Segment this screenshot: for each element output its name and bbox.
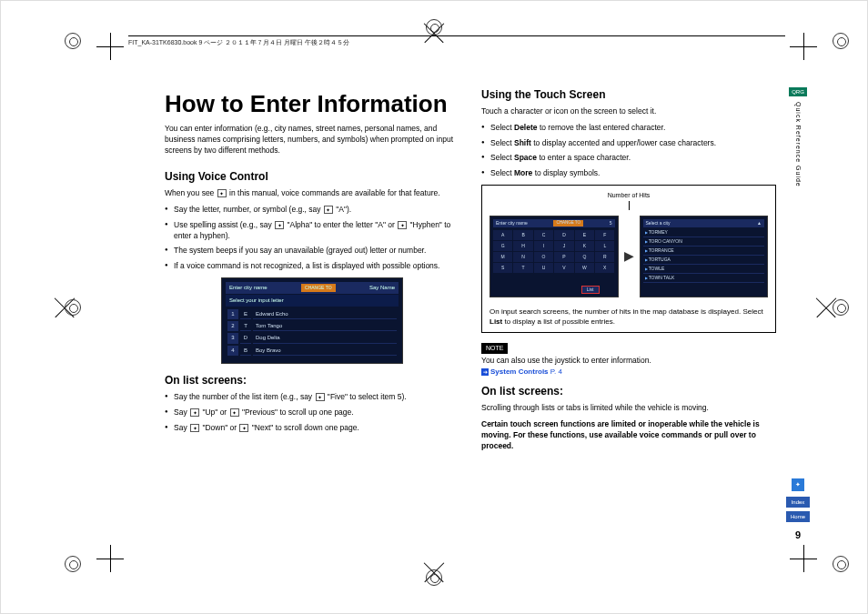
heading-voice: Using Voice Control <box>165 169 459 185</box>
voice-icon: ✦ <box>190 424 199 432</box>
voice-icon: ✦ <box>398 221 407 229</box>
table-row: 2TTom Tango <box>227 321 397 331</box>
list-item: Say ✦ "Up" or ✦ "Previous" to scroll up … <box>165 408 459 418</box>
header-meta: FIT_KA-31TK6830.book 9 ページ ２０１１年７月４日 月曜日… <box>128 35 785 47</box>
city-item: TORRANCE <box>643 247 765 256</box>
page-title: How to Enter Information <box>165 87 459 120</box>
letter-key: E <box>575 230 594 240</box>
heading-touch: Using the Touch Screen <box>481 87 776 103</box>
text: Space <box>514 153 537 162</box>
city-item: TOWLE <box>643 265 765 274</box>
cell: B <box>240 346 251 356</box>
text: "Five" to select item 5). <box>326 392 407 401</box>
city-item: TORMEY <box>643 228 765 237</box>
text: to display symbols. <box>532 168 600 177</box>
list-item: Select Shift to display accented and upp… <box>481 138 776 149</box>
note-text: You can also use the joystick to enter i… <box>481 356 776 367</box>
cell: T <box>240 321 251 331</box>
letter-key: O <box>534 252 553 262</box>
crop-mark <box>96 545 124 572</box>
voice-icon: ✦ <box>324 206 333 214</box>
text: Select a city <box>646 220 671 226</box>
page-number: 9 <box>795 529 801 540</box>
hits-pointer <box>629 201 630 210</box>
letter-key: A <box>493 230 512 240</box>
touch-intro: Touch a character or icon on the screen … <box>481 106 776 117</box>
letter-key: C <box>534 230 553 240</box>
left-column: How to Enter Information You can enter i… <box>165 87 459 540</box>
text: Say Name <box>369 284 395 292</box>
home-tab[interactable]: Home <box>786 511 810 522</box>
text: CHANGE TO <box>553 220 583 226</box>
letter-key: W <box>575 263 594 273</box>
letter-key: J <box>554 241 573 251</box>
registration-mark <box>833 556 849 572</box>
letter-key: S <box>493 263 512 273</box>
registration-mark <box>833 299 849 316</box>
text: to display a list of possible entries. <box>502 317 615 326</box>
letter-key: G <box>493 241 512 251</box>
voice-tab-icon[interactable]: ✦ <box>792 478 804 491</box>
list-item: Use spelling assist (e.g., say ✦ "Alpha"… <box>165 220 459 242</box>
cell: Dog Delta <box>253 333 397 343</box>
text: Enter city name <box>229 284 267 292</box>
letter-key: U <box>534 263 553 273</box>
screenshot-table: 1EEdward Echo 2TTom Tango 3DDog Delta 4B… <box>226 307 399 358</box>
double-screenshot: Enter city nameCHANGE TO5 ABCDEFGHIJKLMN… <box>490 216 768 297</box>
index-tab[interactable]: Index <box>786 497 810 508</box>
voice-icon: ✦ <box>190 408 199 417</box>
system-controls-link[interactable]: ➔System Controls P. 4 <box>481 367 776 377</box>
list-item: Select More to display symbols. <box>481 168 776 179</box>
letter-key: I <box>534 241 553 251</box>
list-item: If a voice command is not recognized, a … <box>165 261 459 272</box>
letter-key: P <box>554 252 573 262</box>
city-item: TOWN TALK <box>643 274 765 283</box>
cell: 2 <box>227 321 238 331</box>
text: CHANGE TO <box>301 284 336 292</box>
cell: 4 <box>227 346 238 356</box>
letter-key: V <box>554 263 573 273</box>
text: Say <box>174 423 189 432</box>
voice-icon: ✦ <box>217 189 227 197</box>
list-item: Select Delete to remove the last entered… <box>481 123 776 134</box>
page-frame: FIT_KA-31TK6830.book 9 ページ ２０１１年７月４日 月曜日… <box>0 0 868 614</box>
screenshot-citylist: Select a city▲ TORMEYTORO CANYONTORRANCE… <box>640 216 769 297</box>
hits-label: Number of Hits <box>490 191 768 200</box>
list-screens-list: Say the number of the list item (e.g., s… <box>165 392 459 434</box>
registration-mark <box>426 19 442 35</box>
text: When you see <box>165 188 217 197</box>
letter-key: H <box>513 241 532 251</box>
qrg-badge: QRG <box>789 87 807 96</box>
text: Enter city name <box>496 220 528 226</box>
page-content: How to Enter Information You can enter i… <box>165 87 776 540</box>
arrow-icon: ▶ <box>624 247 634 266</box>
text: "Down" or <box>200 423 238 432</box>
touch-list: Select Delete to remove the last entered… <box>481 123 776 180</box>
list-item: Say the letter, number, or symbol (e.g.,… <box>165 205 459 216</box>
city-item: TORO CANYON <box>643 237 765 247</box>
text: System Controls <box>490 367 550 376</box>
letter-key: K <box>575 241 594 251</box>
heading-list: On list screens: <box>165 373 459 388</box>
text: "A"). <box>334 205 351 214</box>
letter-key: M <box>493 252 512 262</box>
letter-key: B <box>513 230 532 240</box>
bar: Select a city▲ <box>643 219 765 227</box>
screenshot-titlebar: Enter city name CHANGE TO Say Name <box>226 282 399 294</box>
cell: D <box>240 333 251 343</box>
voice-icon: ✦ <box>275 221 284 229</box>
text: "Alpha" to enter the letter "A" or <box>285 220 397 229</box>
intro-text: You can enter information (e.g., city na… <box>165 124 459 156</box>
text: to remove the last entered character. <box>538 123 666 132</box>
letter-key: T <box>513 263 532 273</box>
letter-key: N <box>513 252 532 262</box>
list-item: Select Space to enter a space character. <box>481 153 776 164</box>
registration-mark <box>65 33 81 49</box>
heading-list-right: On list screens: <box>481 384 776 399</box>
text: Say the number of the list item (e.g., s… <box>174 392 315 401</box>
registration-mark <box>65 556 81 572</box>
text: to enter a space character. <box>537 153 631 162</box>
text: Shift <box>514 138 531 147</box>
list-item: The system beeps if you say an unavailab… <box>165 246 459 257</box>
table-row: 1EEdward Echo <box>227 309 397 319</box>
